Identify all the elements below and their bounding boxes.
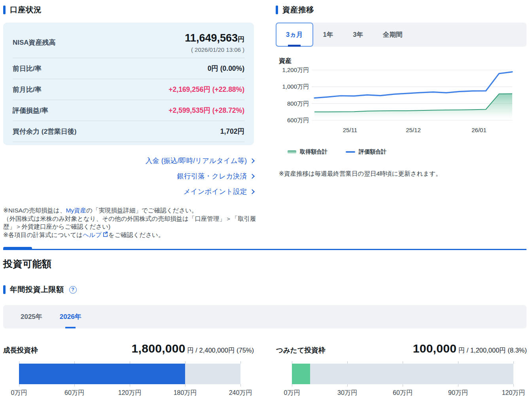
help-icon[interactable]: ? [69, 286, 77, 294]
growth-quota-bar [19, 364, 240, 384]
chart-legend: 取得額合計 評価額合計 [288, 148, 526, 155]
title-accent-bar [3, 6, 6, 14]
tab-label: 全期間 [383, 30, 403, 39]
tick-mark [185, 361, 186, 387]
active-tab-indicator [288, 45, 301, 47]
tab-3months[interactable]: 3ヵ月 [276, 23, 313, 47]
tick-mark [240, 361, 241, 387]
help-link[interactable]: ヘルプ [83, 231, 108, 238]
tick-mark [403, 361, 403, 387]
tab-2025[interactable]: 2025年 [12, 305, 51, 328]
legend-label: 取得額合計 [300, 148, 328, 155]
asset-chart-block: 資産 1,200万円1,000万円800万円600万円25/1125/1226/… [276, 57, 526, 178]
tab-1year[interactable]: 1年 [313, 23, 343, 47]
svg-text:600万円: 600万円 [287, 117, 309, 123]
footnote-line: ※NISAの売却損益は、My資産の「実現損益詳細」でご確認ください。 [3, 207, 256, 215]
tab-label: 2025年 [21, 312, 42, 321]
day-change-label: 前日比/率 [13, 64, 42, 73]
main-point-settings-link[interactable]: メインポイント設定 [184, 187, 254, 196]
axis-tick-label: 240万円 [229, 389, 252, 397]
tsumitate-quota-total: 円 / 1,200,000円 (8.3%) [458, 347, 527, 354]
balance-label: NISA資産残高 [13, 38, 56, 47]
chart-update-note: ※資産推移は毎週最終営業日の翌日4時頃に更新されます。 [279, 170, 526, 178]
tick-mark [292, 361, 292, 387]
tsumitate-quota-bar [292, 364, 513, 384]
footnote-line: （外国株式は米株のみ対象となり、その他の外国株式の売却損益は「口座管理」＞「取引… [3, 215, 256, 231]
unrealized-pl-value: +2,599,535円 (+28.72%) [168, 106, 244, 115]
table-row: 前日比/率 0円 (0.00%) [13, 58, 244, 79]
divider-line [3, 249, 526, 250]
svg-text:1,200万円: 1,200万円 [282, 66, 309, 73]
growth-quota-fill [19, 364, 185, 384]
tab-label: 1年 [323, 30, 333, 39]
legend-acquisition: 取得額合計 [288, 148, 328, 155]
tab-2026[interactable]: 2026年 [51, 305, 90, 328]
balance-timestamp: ( 2026/01/20 13:06 ) [185, 46, 244, 53]
deposit-link-label: 入金 (振込/即時/リアルタイム等) [146, 156, 247, 165]
chart-axis-title: 資産 [279, 57, 526, 65]
nisa-balance-value: 11,649,563 [185, 32, 238, 44]
tsumitate-quota-gauge: つみたて投資枠 100,000 円 / 1,200,000円 (8.3%) 0万… [276, 334, 527, 397]
axis-tick-label: 30万円 [337, 389, 357, 397]
svg-text:25/12: 25/12 [406, 127, 421, 133]
annual-limit-title: 年間投資上限額 [10, 284, 64, 295]
footnote-text: ※NISAの売却損益は、 [3, 207, 66, 214]
tab-3years[interactable]: 3年 [343, 23, 373, 47]
legend-label: 評価額合計 [359, 148, 386, 155]
buying-power-label: 買付余力 (2営業日後) [13, 127, 77, 136]
tab-label: 3ヵ月 [286, 30, 303, 39]
growth-quota-used: 1,800,000 [132, 342, 186, 355]
axis-tick-label: 180万円 [174, 389, 197, 397]
deposit-link[interactable]: 入金 (振込/即時/リアルタイム等) [146, 156, 254, 165]
growth-quota-gauge: 成長投資枠 1,800,000 円 / 2,400,000円 (75%) 0万円… [3, 334, 254, 397]
external-link-icon [102, 231, 108, 237]
svg-text:1,000万円: 1,000万円 [282, 83, 309, 90]
my-assets-link[interactable]: My資産 [66, 207, 86, 214]
account-links: 入金 (振込/即時/リアルタイム等) 銀行引落・クレカ決済 メインポイント設定 [3, 156, 254, 196]
chevron-right-icon [250, 174, 255, 179]
bank-debit-link[interactable]: 銀行引落・クレカ決済 [177, 171, 254, 181]
annual-limit-header: 年間投資上限額 ? [3, 285, 526, 294]
axis-tick-label: 60万円 [64, 389, 84, 397]
growth-quota-total: 円 / 2,400,000円 (75%) [187, 347, 254, 354]
nisa-dashboard: 口座状況 NISA資産残高 11,649,563円 ( 2026/01/20 1… [0, 0, 532, 397]
month-change-value: +2,169,256円 (+22.88%) [168, 85, 244, 94]
tsumitate-quota-fill [292, 364, 310, 384]
bank-debit-link-label: 銀行引落・クレカ決済 [177, 171, 247, 181]
investable-amount-heading: 投資可能額 [3, 258, 526, 270]
asset-transition-panel: 資産推移 3ヵ月 1年 3年 全期間 [276, 0, 526, 243]
title-accent-bar [276, 6, 278, 14]
growth-quota-axis: 0万円 60万円 120万円 180万円 240万円 [19, 389, 240, 397]
tsumitate-quota-axis: 0万円 30万円 60万円 90万円 120万円 [292, 389, 513, 397]
tick-mark [130, 361, 130, 387]
footnote-text: をご確認ください。 [108, 231, 165, 238]
section-divider [3, 246, 526, 251]
legend-valuation: 評価額合計 [346, 148, 386, 155]
line-swatch-icon [346, 151, 355, 153]
account-footnotes: ※NISAの売却損益は、My資産の「実現損益詳細」でご確認ください。 （外国株式… [3, 207, 256, 239]
unrealized-pl-label: 評価損益/率 [13, 106, 48, 115]
year-tabbar: 2025年 2026年 [3, 305, 526, 328]
table-row: 買付余力 (2営業日後) 1,702円 [13, 121, 244, 142]
tab-all-period[interactable]: 全期間 [373, 23, 413, 47]
asset-transition-header: 資産推移 [276, 5, 526, 14]
chevron-right-icon [250, 189, 255, 194]
title-accent-bar [3, 285, 6, 294]
axis-tick-label: 90万円 [448, 389, 468, 397]
tick-mark [513, 361, 514, 387]
tsumitate-quota-label: つみたて投資枠 [276, 345, 325, 355]
tick-mark [19, 361, 19, 387]
scroll-indicator[interactable] [3, 247, 32, 250]
main-point-settings-label: メインポイント設定 [184, 187, 247, 196]
tick-mark [74, 361, 75, 387]
table-row: NISA資産残高 11,649,563円 ( 2026/01/20 13:06 … [13, 25, 244, 58]
buying-power-value: 1,702円 [220, 127, 244, 136]
tsumitate-quota-used: 100,000 [413, 342, 457, 355]
chevron-right-icon [250, 158, 255, 163]
axis-tick-label: 120万円 [118, 389, 142, 397]
help-link-label: ヘルプ [83, 231, 102, 238]
svg-text:800万円: 800万円 [287, 100, 309, 107]
footnote-line: ※各項目の計算式についてはヘルプをご確認ください。 [3, 231, 256, 239]
footnote-text: の「実現損益詳細」でご確認ください。 [86, 207, 198, 214]
axis-tick-label: 120万円 [502, 389, 525, 397]
